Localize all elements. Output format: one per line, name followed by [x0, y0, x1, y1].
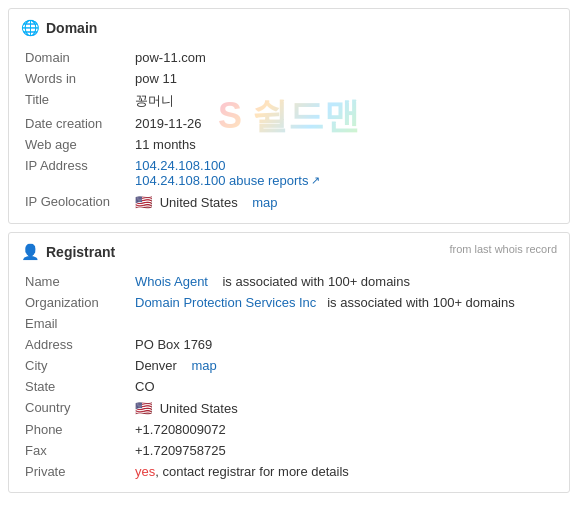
- table-row: Address PO Box 1769: [21, 334, 557, 355]
- fax-label: Fax: [21, 440, 131, 461]
- date-label: Date creation: [21, 113, 131, 134]
- country-flag-icon: 🇺🇸: [135, 400, 152, 416]
- words-value: pow 11: [131, 68, 557, 89]
- state-label: State: [21, 376, 131, 397]
- table-row: Country 🇺🇸 United States: [21, 397, 557, 419]
- fax-value: +1.7209758725: [131, 440, 557, 461]
- table-row: Date creation 2019-11-26: [21, 113, 557, 134]
- table-row: IP Geolocation 🇺🇸 United States map: [21, 191, 557, 213]
- from-whois-label: from last whois record: [449, 243, 557, 255]
- table-row: Organization Domain Protection Services …: [21, 292, 557, 313]
- person-icon: 👤: [21, 243, 40, 261]
- domain-section: S 쉴드맨 🌐 Domain Domain pow-11.com Words i…: [8, 8, 570, 224]
- ip-geo-cell: 🇺🇸 United States map: [131, 191, 557, 213]
- table-row: IP Address 104.24.108.100 104.24.108.100…: [21, 155, 557, 191]
- domain-label: Domain: [21, 47, 131, 68]
- table-row: Words in pow 11: [21, 68, 557, 89]
- table-row: State CO: [21, 376, 557, 397]
- table-row: Private yes, contact registrar for more …: [21, 461, 557, 482]
- table-row: Domain pow-11.com: [21, 47, 557, 68]
- state-value: CO: [131, 376, 557, 397]
- private-yes: yes: [135, 464, 155, 479]
- phone-label: Phone: [21, 419, 131, 440]
- web-age-label: Web age: [21, 134, 131, 155]
- ip-geo-label: IP Geolocation: [21, 191, 131, 213]
- table-row: Phone +1.7208009072: [21, 419, 557, 440]
- org-assoc: is associated with 100+ domains: [327, 295, 515, 310]
- private-cell: yes, contact registrar for more details: [131, 461, 557, 482]
- domain-info-table: Domain pow-11.com Words in pow 11 Title …: [21, 47, 557, 213]
- org-link[interactable]: Domain Protection Services Inc: [135, 295, 316, 310]
- registrant-header-label: Registrant: [46, 244, 115, 260]
- title-value: 꽁머니: [131, 89, 557, 113]
- table-row: City Denver map: [21, 355, 557, 376]
- org-cell: Domain Protection Services Inc is associ…: [131, 292, 557, 313]
- us-flag-icon: 🇺🇸: [135, 194, 152, 210]
- email-label: Email: [21, 313, 131, 334]
- email-value: [131, 313, 557, 334]
- private-rest: , contact registrar for more details: [155, 464, 349, 479]
- address-label: Address: [21, 334, 131, 355]
- web-age-value: 11 months: [131, 134, 557, 155]
- registrant-info-table: Name Whois Agent is associated with 100+…: [21, 271, 557, 482]
- table-row: Fax +1.7209758725: [21, 440, 557, 461]
- ip-cell: 104.24.108.100 104.24.108.100 abuse repo…: [131, 155, 557, 191]
- ip-label: IP Address: [21, 155, 131, 191]
- country-value: United States: [160, 401, 238, 416]
- ip-address-link[interactable]: 104.24.108.100: [135, 158, 225, 173]
- registrant-section: 👤 Registrant from last whois record Name…: [8, 232, 570, 493]
- name-cell: Whois Agent is associated with 100+ doma…: [131, 271, 557, 292]
- name-assoc: is associated with 100+ domains: [222, 274, 410, 289]
- domain-map-link[interactable]: map: [252, 195, 277, 210]
- city-map-link[interactable]: map: [191, 358, 216, 373]
- ip-abuse-link[interactable]: 104.24.108.100 abuse reports: [135, 173, 308, 188]
- city-cell: Denver map: [131, 355, 557, 376]
- address-value: PO Box 1769: [131, 334, 557, 355]
- table-row: Email: [21, 313, 557, 334]
- phone-value: +1.7208009072: [131, 419, 557, 440]
- words-label: Words in: [21, 68, 131, 89]
- name-label: Name: [21, 271, 131, 292]
- domain-header-label: Domain: [46, 20, 97, 36]
- org-label: Organization: [21, 292, 131, 313]
- domain-value: pow-11.com: [131, 47, 557, 68]
- table-row: Name Whois Agent is associated with 100+…: [21, 271, 557, 292]
- city-label: City: [21, 355, 131, 376]
- title-label: Title: [21, 89, 131, 113]
- country-cell: 🇺🇸 United States: [131, 397, 557, 419]
- table-row: Title 꽁머니: [21, 89, 557, 113]
- domain-section-header: 🌐 Domain: [21, 19, 557, 37]
- external-link-icon: ↗: [311, 174, 320, 187]
- country-label: Country: [21, 397, 131, 419]
- name-link[interactable]: Whois Agent: [135, 274, 208, 289]
- globe-icon: 🌐: [21, 19, 40, 37]
- date-value: 2019-11-26: [131, 113, 557, 134]
- city-value: Denver: [135, 358, 177, 373]
- table-row: Web age 11 months: [21, 134, 557, 155]
- private-label: Private: [21, 461, 131, 482]
- ip-geo-value: United States: [160, 195, 238, 210]
